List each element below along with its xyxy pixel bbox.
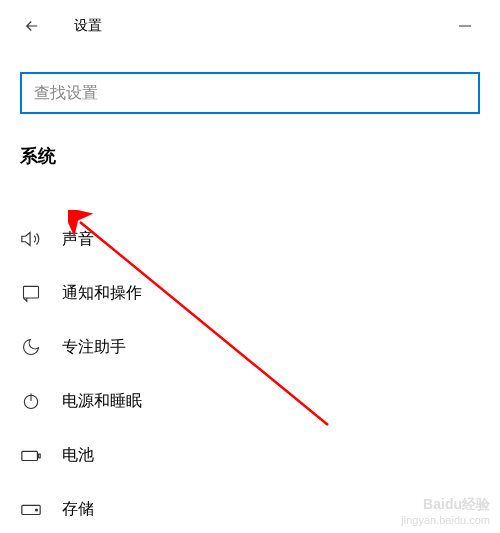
moon-icon	[20, 336, 42, 358]
arrow-left-icon	[23, 17, 41, 35]
menu-item-focus-assist[interactable]: 专注助手	[20, 320, 480, 374]
power-icon	[20, 390, 42, 412]
menu-item-notifications[interactable]: 通知和操作	[20, 266, 480, 320]
svg-rect-4	[22, 451, 38, 460]
svg-rect-1	[24, 286, 39, 298]
menu-label: 电源和睡眠	[62, 391, 142, 412]
menu-item-battery[interactable]: 电池	[20, 428, 480, 482]
menu-label: 电池	[62, 445, 94, 466]
storage-icon	[20, 498, 42, 520]
battery-icon	[20, 444, 42, 466]
menu-label: 声音	[62, 229, 94, 250]
sound-icon	[20, 228, 42, 250]
menu-item-power-sleep[interactable]: 电源和睡眠	[20, 374, 480, 428]
page-title: 设置	[74, 17, 102, 35]
notification-icon	[20, 282, 42, 304]
section-title: 系统	[0, 144, 500, 168]
search-input[interactable]	[20, 72, 480, 114]
svg-point-7	[36, 509, 38, 511]
minimize-button[interactable]	[450, 16, 480, 36]
svg-rect-5	[38, 454, 40, 458]
menu-label: 存储	[62, 499, 94, 520]
back-button[interactable]	[20, 14, 44, 38]
menu-label: 专注助手	[62, 337, 126, 358]
menu-label: 通知和操作	[62, 283, 142, 304]
minimize-icon	[458, 19, 472, 33]
settings-menu: 声音 通知和操作 专注助手 电源和睡眠 电池 存储	[0, 212, 500, 533]
menu-item-storage[interactable]: 存储	[20, 482, 480, 533]
menu-item-sound[interactable]: 声音	[20, 212, 480, 266]
